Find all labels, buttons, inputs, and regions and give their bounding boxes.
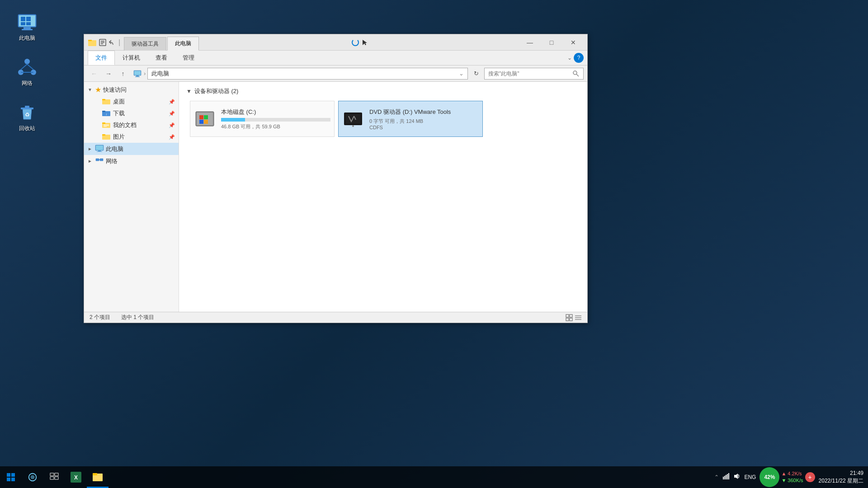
- desktop-icon-network[interactable]: 网络: [9, 54, 45, 89]
- drive-item-d[interactable]: DVD 驱动器 (D:) VMware Tools 0 字节 可用，共 124 …: [338, 101, 483, 137]
- status-selected: 选中 1 个项目: [121, 314, 154, 321]
- devices-section-header[interactable]: ▼ 设备和驱动器 (2): [183, 85, 584, 97]
- svg-rect-77: [93, 473, 97, 475]
- clock[interactable]: 21:49 2022/11/22 星期二: [819, 469, 863, 485]
- drive-d-name: DVD 驱动器 (D:) VMware Tools: [369, 108, 479, 116]
- svg-rect-42: [96, 145, 103, 150]
- loading-spinner: [352, 39, 359, 46]
- drive-d-info1: 0 字节 可用，共 124 MB: [369, 118, 479, 125]
- show-hidden-icons-btn[interactable]: ⌃: [714, 474, 719, 480]
- title-bar-left: |: [88, 38, 120, 47]
- task-view-button[interactable]: [43, 466, 65, 488]
- status-total: 2 个项目: [90, 314, 110, 321]
- pictures-label: 图片: [113, 133, 125, 141]
- sidebar-item-downloads[interactable]: ↓ 下载 📌: [84, 108, 179, 119]
- help-button[interactable]: ?: [574, 53, 584, 63]
- address-path-input[interactable]: 此电脑 ⌄: [147, 68, 468, 80]
- windows-logo: [6, 473, 15, 482]
- refresh-button[interactable]: ↻: [470, 68, 482, 80]
- section-title: 设备和驱动器 (2): [194, 87, 239, 95]
- path-dropdown-arrow[interactable]: ⌄: [459, 70, 464, 77]
- drive-c-icon: [194, 108, 216, 130]
- svg-rect-67: [11, 478, 15, 481]
- svg-rect-32: [102, 111, 105, 112]
- svg-rect-57: [566, 314, 569, 317]
- up-button[interactable]: ↑: [117, 68, 129, 80]
- ribbon-tab-manage[interactable]: 管理: [175, 51, 202, 65]
- ribbon-tab-file[interactable]: 文件: [88, 51, 115, 65]
- file-explorer-taskbar-btn[interactable]: [87, 466, 108, 488]
- computer-path-icon: [133, 69, 142, 78]
- tab-drive-tools[interactable]: 驱动器工具: [124, 37, 166, 51]
- close-button[interactable]: ✕: [563, 35, 584, 50]
- ribbon-collapse-btn[interactable]: ⌄: [567, 55, 572, 61]
- sidebar-item-desktop[interactable]: 桌面 📌: [84, 96, 179, 108]
- volume-tray-icon[interactable]: [733, 473, 741, 482]
- date-display: 2022/11/22 星期二: [819, 477, 863, 485]
- folder-icon-documents: [102, 122, 111, 129]
- section-collapse-arrow: ▼: [186, 88, 192, 94]
- list-view-icon[interactable]: [575, 314, 582, 321]
- this-pc-sidebar-icon: [95, 145, 104, 153]
- pin-icon-pictures: 📌: [169, 134, 175, 140]
- drive-c-name: 本地磁盘 (C:): [221, 108, 330, 116]
- svg-rect-5: [26, 17, 31, 21]
- pin-icon-documents: 📌: [169, 122, 175, 128]
- search-button[interactable]: [22, 466, 43, 488]
- excel-taskbar-btn[interactable]: X: [65, 466, 87, 488]
- language-indicator[interactable]: ENG: [744, 474, 756, 480]
- path-separator: ›: [144, 70, 146, 77]
- drive-c-info: 本地磁盘 (C:) 46.8 GB 可用，共 59.9 GB: [221, 108, 330, 130]
- desktop-label: 桌面: [113, 98, 125, 106]
- undo-icon[interactable]: [108, 38, 117, 47]
- sidebar-item-network[interactable]: ► 网络: [84, 155, 179, 167]
- start-button[interactable]: [0, 466, 22, 488]
- folder-icon-desktop: [102, 98, 111, 106]
- pin-icon: 📌: [169, 99, 175, 105]
- sidebar-item-pictures[interactable]: 图片 📌: [84, 131, 179, 143]
- view-icon[interactable]: [566, 314, 573, 321]
- svg-point-27: [573, 71, 577, 75]
- taskbar-right: ⌃ ENG: [714, 467, 868, 487]
- minimize-button[interactable]: —: [519, 35, 540, 50]
- sidebar-item-documents[interactable]: 我的文档 📌: [84, 119, 179, 131]
- svg-rect-43: [98, 150, 101, 151]
- ribbon-tab-view[interactable]: 查看: [148, 51, 175, 65]
- svg-rect-45: [96, 159, 99, 161]
- task-view-icon: [50, 473, 59, 482]
- svg-rect-66: [7, 478, 10, 481]
- svg-text:X: X: [74, 474, 78, 481]
- tab-this-pc[interactable]: 此电脑: [167, 37, 199, 51]
- maximize-button[interactable]: □: [541, 35, 562, 50]
- address-bar: ← → ↑ › 此电脑 ⌄ ↻: [84, 66, 587, 82]
- network-sidebar-label: 网络: [106, 157, 118, 165]
- svg-rect-65: [11, 473, 15, 477]
- content-area: ▼ ★ 快速访问 桌面 📌: [84, 82, 587, 312]
- properties-icon[interactable]: [99, 38, 107, 47]
- back-button[interactable]: ←: [88, 68, 100, 80]
- recycle-bin-label: 回收站: [19, 125, 35, 132]
- search-icon[interactable]: [572, 70, 580, 77]
- cpu-usage-widget[interactable]: 42%: [760, 467, 779, 487]
- sidebar-item-this-pc[interactable]: ► 此电脑: [84, 143, 179, 155]
- search-input[interactable]: [488, 70, 572, 77]
- ribbon-tabs: 文件 计算机 查看 管理 ⌄ ?: [84, 51, 587, 65]
- drive-item-c[interactable]: 本地磁盘 (C:) 46.8 GB 可用，共 59.9 GB: [190, 101, 335, 137]
- drive-d-info: DVD 驱动器 (D:) VMware Tools 0 字节 可用，共 124 …: [369, 108, 479, 130]
- toolbar-separator: |: [118, 38, 120, 47]
- network-icon: [16, 56, 38, 78]
- svg-text:♻: ♻: [25, 112, 30, 118]
- cursor-indicator: [361, 39, 368, 46]
- sidebar-item-quick-access[interactable]: ▼ ★ 快速访问: [84, 84, 179, 96]
- svg-rect-35: [102, 122, 105, 124]
- desktop-icon-recycle-bin[interactable]: ♻ 回收站: [9, 99, 45, 134]
- ribbon-tab-computer[interactable]: 计算机: [115, 51, 148, 65]
- network-tray-icon[interactable]: [722, 473, 730, 482]
- forward-button[interactable]: →: [102, 68, 115, 80]
- status-right: [566, 314, 582, 321]
- close-tray-btn[interactable]: +: [805, 472, 815, 482]
- svg-rect-44: [97, 151, 102, 152]
- recycle-bin-icon: ♻: [16, 101, 38, 123]
- pin-icon-downloads: 📌: [169, 111, 175, 117]
- desktop-icon-this-pc[interactable]: 此电脑: [9, 9, 45, 44]
